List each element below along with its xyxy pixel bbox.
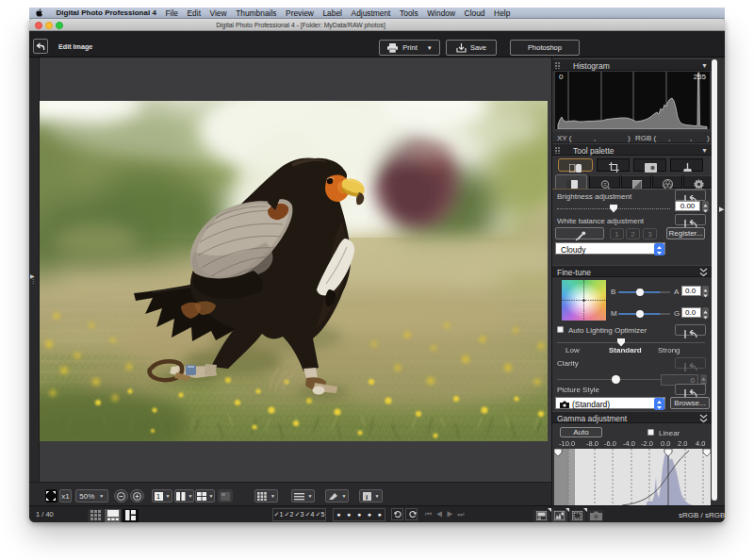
- svg-text:1: 1: [156, 493, 160, 500]
- svg-text:i: i: [366, 492, 368, 501]
